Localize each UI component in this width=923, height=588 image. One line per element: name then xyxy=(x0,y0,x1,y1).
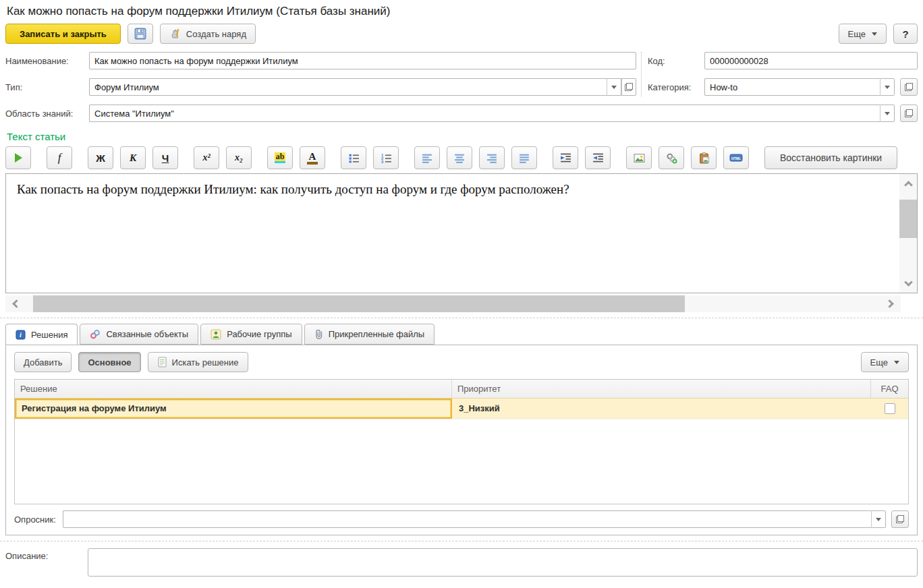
highlight-button[interactable]: ab xyxy=(267,146,293,169)
add-link-icon xyxy=(666,152,677,164)
open-item-icon xyxy=(905,83,913,91)
align-center-button[interactable] xyxy=(447,146,472,169)
questionnaire-combo xyxy=(63,510,886,528)
open-item-icon xyxy=(625,83,633,91)
tab-linked-objects[interactable]: Связанные объекты xyxy=(80,324,198,345)
type-dropdown-button[interactable] xyxy=(607,78,621,96)
add-button[interactable]: Добавить xyxy=(14,352,72,372)
superscript-button[interactable]: x² xyxy=(194,146,219,169)
scroll-down-button[interactable] xyxy=(899,275,917,293)
column-header-faq[interactable]: FAQ xyxy=(871,380,908,398)
align-left-icon xyxy=(422,152,433,164)
insert-link-button[interactable] xyxy=(659,146,684,169)
italic-button[interactable]: К xyxy=(120,146,146,169)
search-solution-button[interactable]: Искать решение xyxy=(148,352,248,372)
category-input[interactable] xyxy=(704,78,880,96)
knowledge-area-combo xyxy=(89,105,895,122)
solution-cell[interactable]: Регистрация на форуме Итилиум xyxy=(15,399,452,419)
solutions-table: Решение Приоритет FAQ Регистрация на фор… xyxy=(14,379,909,504)
questionnaire-dropdown-button[interactable] xyxy=(871,510,886,528)
more-button-top[interactable]: Еще xyxy=(839,24,887,44)
name-row: Наименование: Код: xyxy=(5,52,918,69)
article-text[interactable]: Как попасть на форум поддержки Итилиум: … xyxy=(6,174,899,293)
paste-image-button[interactable] xyxy=(691,146,717,169)
horizontal-scroll-thumb[interactable] xyxy=(33,295,685,312)
bold-icon: Ж xyxy=(96,152,105,164)
align-justify-icon xyxy=(519,152,530,164)
svg-text:3: 3 xyxy=(381,159,384,163)
subscript-button[interactable]: x₂ xyxy=(226,146,252,169)
description-textarea[interactable] xyxy=(88,548,918,577)
svg-text:i: i xyxy=(20,331,22,339)
font-color-button[interactable]: A xyxy=(300,146,325,169)
numbered-list-button[interactable]: 123 xyxy=(373,146,399,169)
bullet-list-button[interactable] xyxy=(341,146,366,169)
bullet-list-icon xyxy=(348,152,360,164)
info-icon: i xyxy=(16,330,26,340)
preview-button[interactable] xyxy=(5,146,31,169)
align-center-icon xyxy=(454,152,466,164)
indent-increase-button[interactable] xyxy=(553,146,578,169)
restore-images-button[interactable]: Восстановить картинки xyxy=(764,146,897,169)
horizontal-scrollbar[interactable] xyxy=(5,295,901,312)
knowledge-area-dropdown-button[interactable] xyxy=(880,105,895,122)
open-item-icon xyxy=(905,109,913,117)
open-item-icon xyxy=(896,515,904,523)
chevron-right-icon xyxy=(885,299,894,308)
bold-button[interactable]: Ж xyxy=(88,146,113,169)
column-header-priority[interactable]: Приоритет xyxy=(452,380,871,398)
chevron-down-icon xyxy=(885,112,890,115)
insert-image-button[interactable] xyxy=(626,146,652,169)
knowledge-area-label: Область знаний: xyxy=(5,109,89,119)
paperclip-icon xyxy=(314,329,323,340)
scroll-up-button[interactable] xyxy=(899,174,917,192)
knowledge-area-input[interactable] xyxy=(89,105,880,122)
highlight-icon: ab xyxy=(275,152,286,163)
chevron-down-icon xyxy=(894,361,899,364)
help-button[interactable]: ? xyxy=(893,24,918,44)
main-button[interactable]: Основное xyxy=(78,352,140,372)
code-label: Код: xyxy=(648,56,704,66)
formula-button[interactable]: f xyxy=(47,146,72,169)
column-header-solution[interactable]: Решение xyxy=(15,380,452,398)
type-input[interactable] xyxy=(89,78,607,96)
align-right-button[interactable] xyxy=(479,146,505,169)
underline-icon: Ч xyxy=(162,152,169,164)
category-choose-button[interactable] xyxy=(900,78,918,96)
indent-decrease-icon xyxy=(592,152,604,164)
save-and-close-button[interactable]: Записать и закрыть xyxy=(5,24,121,44)
tab-attached-files[interactable]: Прикрепленные файлы xyxy=(304,324,435,345)
align-left-button[interactable] xyxy=(414,146,440,169)
scroll-left-button[interactable] xyxy=(5,295,24,313)
tab-solutions[interactable]: i Решения xyxy=(5,324,78,345)
questionnaire-input[interactable] xyxy=(63,510,871,528)
tab-workgroups[interactable]: Рабочие группы xyxy=(200,324,302,345)
underline-button[interactable]: Ч xyxy=(152,146,178,169)
questionnaire-choose-button[interactable] xyxy=(891,510,909,528)
category-dropdown-button[interactable] xyxy=(880,78,895,96)
play-icon xyxy=(15,153,22,163)
name-input[interactable] xyxy=(89,52,636,69)
html-source-button[interactable]: HTML xyxy=(723,146,749,169)
faq-cell[interactable] xyxy=(871,399,908,419)
numbered-list-icon: 123 xyxy=(381,152,392,164)
priority-cell[interactable]: 3_Низкий xyxy=(452,399,871,419)
table-header: Решение Приоритет FAQ xyxy=(15,380,908,398)
type-open-button[interactable] xyxy=(621,78,636,96)
more-button-solutions[interactable]: Еще xyxy=(861,352,909,372)
faq-checkbox[interactable] xyxy=(885,403,895,414)
subscript-icon: x₂ xyxy=(235,152,243,163)
vertical-scrollbar[interactable] xyxy=(899,174,917,293)
align-justify-button[interactable] xyxy=(511,146,537,169)
save-button[interactable] xyxy=(128,24,153,44)
code-input[interactable] xyxy=(704,52,918,69)
create-order-button[interactable]: Создать наряд xyxy=(160,24,256,44)
article-window: Как можно попасть на форум поддержки Ити… xyxy=(0,5,923,577)
table-row[interactable]: Регистрация на форуме Итилиум 3_Низкий xyxy=(15,398,908,419)
knowledge-area-choose-button[interactable] xyxy=(900,105,918,122)
html-icon: HTML xyxy=(729,152,743,163)
type-label: Тип: xyxy=(5,82,89,92)
indent-decrease-button[interactable] xyxy=(585,146,611,169)
scroll-right-button[interactable] xyxy=(882,295,901,313)
vertical-scroll-thumb[interactable] xyxy=(899,200,917,238)
